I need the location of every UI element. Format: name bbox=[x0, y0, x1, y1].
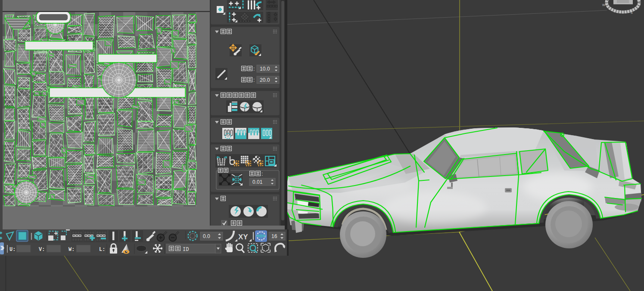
svg-text:0.01: 0.01 bbox=[252, 179, 263, 185]
svg-text:L:: L: bbox=[99, 247, 105, 253]
svg-text::: : bbox=[253, 77, 255, 83]
svg-text::: : bbox=[253, 66, 255, 72]
svg-text:16: 16 bbox=[271, 233, 277, 239]
svg-text:10.0: 10.0 bbox=[260, 66, 270, 72]
svg-text:XY: XY bbox=[238, 233, 248, 241]
svg-text:0.0: 0.0 bbox=[203, 233, 210, 239]
svg-text:W:: W: bbox=[68, 247, 75, 253]
svg-text:W: W bbox=[602, 3, 605, 6]
svg-text:ID: ID bbox=[183, 247, 189, 253]
svg-text:V:: V: bbox=[39, 247, 45, 253]
svg-text::: : bbox=[261, 171, 263, 177]
svg-text:S: S bbox=[631, 11, 633, 14]
svg-text:U:: U: bbox=[9, 247, 16, 253]
svg-text:20.0: 20.0 bbox=[260, 77, 270, 83]
